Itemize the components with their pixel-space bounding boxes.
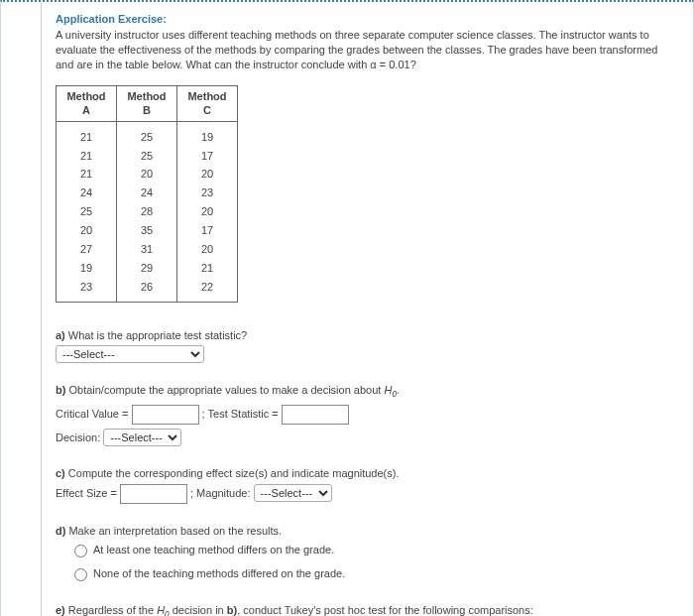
- question-c: c) Compute the corresponding effect size…: [56, 466, 673, 505]
- critical-value-label: Critical Value =: [56, 407, 132, 419]
- data-table: MethodA MethodB MethodC 212519 212517 21…: [56, 85, 238, 303]
- prompt-text: A university instructor uses different t…: [56, 28, 673, 72]
- table-row: 192921: [56, 259, 238, 278]
- test-statistic-label: ; Test Statistic =: [202, 407, 282, 419]
- table-row: 203517: [56, 221, 238, 240]
- page-frame: Application Exercise: A university instr…: [0, 0, 694, 616]
- magnitude-label: ; Magnitude:: [190, 487, 254, 499]
- decision-row: Decision: ---Select---: [56, 429, 673, 446]
- d-option-1-label: At least one teaching method differs on …: [93, 543, 334, 557]
- table-header-row: MethodA MethodB MethodC: [56, 85, 238, 121]
- question-a: a) What is the appropriate test statisti…: [56, 328, 673, 363]
- exercise-title: Application Exercise:: [56, 12, 673, 27]
- q-a-text: a) What is the appropriate test statisti…: [56, 328, 673, 343]
- decision-label: Decision:: [56, 431, 103, 443]
- d-option-2-label: None of the teaching methods differed on…: [93, 566, 345, 581]
- test-statistic-input[interactable]: [282, 405, 349, 425]
- left-gutter: [1, 2, 42, 616]
- test-statistic-select[interactable]: ---Select---: [56, 345, 204, 363]
- effect-size-label: Effect Size =: [56, 487, 120, 499]
- magnitude-select[interactable]: ---Select---: [254, 484, 332, 502]
- col-header-b: MethodB: [116, 85, 176, 121]
- effect-size-input[interactable]: [120, 484, 187, 504]
- question-d: d) Make an interpretation based on the r…: [56, 524, 673, 581]
- question-e: e) Regardless of the H0 decision in b), …: [56, 603, 673, 616]
- col-header-c: MethodC: [176, 85, 238, 121]
- content-area: Application Exercise: A university instr…: [56, 2, 673, 616]
- d-option-1[interactable]: At least one teaching method differs on …: [69, 542, 673, 557]
- effect-size-row: Effect Size = ; Magnitude: ---Select---: [56, 484, 673, 504]
- critical-value-input[interactable]: [132, 405, 199, 425]
- table-row: 252820: [56, 202, 238, 221]
- q-c-text: c) Compute the corresponding effect size…: [56, 466, 673, 481]
- q-e-text: e) Regardless of the H0 decision in b), …: [56, 603, 673, 616]
- table-row: 212020: [56, 165, 238, 184]
- d-option-2[interactable]: None of the teaching methods differed on…: [69, 565, 673, 581]
- decision-select[interactable]: ---Select---: [103, 429, 181, 446]
- q-b-text: b) Obtain/compute the appropriate values…: [56, 383, 673, 400]
- table-row: 232622: [56, 278, 238, 304]
- critical-value-row: Critical Value = ; Test Statistic =: [56, 405, 673, 425]
- question-b: b) Obtain/compute the appropriate values…: [56, 383, 673, 445]
- table-row: 273120: [56, 240, 238, 259]
- table-row: 242423: [56, 184, 238, 202]
- table-body: 212519 212517 212020 242423 252820 20351…: [56, 122, 238, 304]
- col-header-a: MethodA: [56, 85, 116, 121]
- q-d-text: d) Make an interpretation based on the r…: [56, 524, 673, 539]
- table-row: 212517: [56, 147, 238, 166]
- d-radio-1[interactable]: [74, 545, 87, 557]
- table-row: 212519: [56, 122, 238, 147]
- d-radio-2[interactable]: [74, 568, 87, 581]
